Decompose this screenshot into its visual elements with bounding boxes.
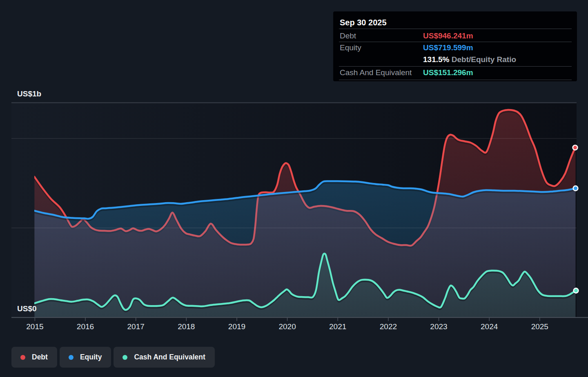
svg-text:2021: 2021 [329, 322, 346, 331]
svg-text:US$0: US$0 [17, 304, 37, 313]
svg-text:2018: 2018 [178, 322, 195, 331]
svg-text:2019: 2019 [228, 322, 245, 331]
svg-text:2016: 2016 [77, 322, 94, 331]
svg-text:2024: 2024 [481, 322, 498, 331]
svg-text:US$1b: US$1b [17, 89, 41, 98]
svg-text:2023: 2023 [430, 322, 447, 331]
svg-text:2020: 2020 [278, 322, 296, 331]
svg-text:2022: 2022 [380, 322, 397, 331]
svg-text:2025: 2025 [531, 322, 548, 331]
svg-text:2017: 2017 [127, 322, 145, 331]
svg-text:2015: 2015 [26, 322, 43, 331]
